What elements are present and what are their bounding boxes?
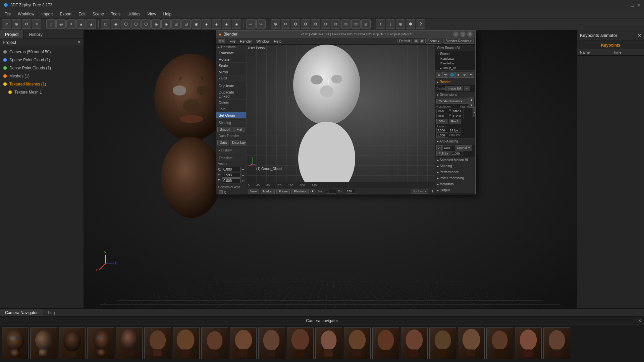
toolbar-btn-33[interactable]: ⚙ xyxy=(341,19,351,29)
b-aspect-x-input[interactable] xyxy=(436,128,448,133)
b-res-x-input[interactable] xyxy=(436,109,448,113)
b-frame-rate-input[interactable] xyxy=(452,109,464,113)
toolbar-btn-20[interactable]: ◈ xyxy=(202,19,211,29)
menu-tools[interactable]: Tools xyxy=(108,11,123,17)
camera-thumb-18[interactable] xyxy=(486,327,513,359)
menu-view[interactable]: View xyxy=(145,11,159,17)
b-flat-btn[interactable]: Flat xyxy=(234,127,245,132)
b-timeline-frame-btn[interactable]: Frame xyxy=(276,189,290,194)
blender-3d-viewport[interactable]: User Persp xyxy=(246,45,435,182)
b-rotate-btn[interactable]: Rotate xyxy=(216,56,246,63)
camera-thumb-2[interactable] xyxy=(30,327,57,359)
camera-thumb-19[interactable] xyxy=(515,327,542,359)
toolbar-btn-8[interactable]: ▲ xyxy=(76,19,86,29)
b-scale-btn[interactable]: Scale xyxy=(216,63,246,69)
toolbar-btn-14[interactable]: ⬡ xyxy=(141,19,151,29)
b-aa-enabled[interactable]: ✓ xyxy=(436,145,442,150)
sparse-cloud-item[interactable]: Sparse Point Cloud (1) xyxy=(0,56,84,64)
toolbar-btn-18[interactable]: ⊟ xyxy=(181,19,191,29)
b-scroll-up[interactable]: ▲ xyxy=(469,98,474,102)
blender-maximize-button[interactable]: □ xyxy=(460,32,466,37)
blender-minimize-button[interactable]: − xyxy=(453,32,459,37)
menu-utilities[interactable]: Utilities xyxy=(125,11,143,17)
b-start-input[interactable] xyxy=(326,189,336,194)
camera-thumb-16[interactable] xyxy=(429,327,456,359)
toolbar-btn-28[interactable]: ⚙ xyxy=(291,19,300,29)
toolbar-btn-27[interactable]: ✂ xyxy=(281,19,290,29)
scene-icon-5[interactable]: ⊕ xyxy=(462,72,468,78)
cameras-item[interactable]: Cameras (50 out of 50) xyxy=(0,48,84,56)
scene-icon-2[interactable]: 📷 xyxy=(442,72,448,78)
sampled-motion-header[interactable]: ▸ Sampled Motion Bl xyxy=(435,157,475,163)
scene-group-gl-item[interactable]: ▸ Group_Gl... xyxy=(435,66,475,70)
toolbar-btn-4[interactable]: ≡ xyxy=(32,19,41,29)
toolbar-btn-31[interactable]: ⚙ xyxy=(321,19,330,29)
tab-history[interactable]: History xyxy=(24,30,48,39)
performance-header[interactable]: ▸ Performance xyxy=(435,169,475,175)
blender-close-button[interactable]: ✕ xyxy=(467,32,473,37)
camera-thumb-6[interactable] xyxy=(144,327,171,359)
camera-thumb-11[interactable] xyxy=(287,327,314,359)
anti-aliasing-header[interactable]: ▸ Anti-Aliasing xyxy=(435,138,475,144)
toolbar-btn-3[interactable]: ↺ xyxy=(22,19,31,29)
toolbar-btn-25[interactable]: ↪ xyxy=(256,19,266,29)
toolbar-btn-10[interactable]: □ xyxy=(101,19,110,29)
tab-camera-navigator[interactable]: Camera Navigator xyxy=(0,309,43,316)
b-fps-input[interactable] xyxy=(449,128,461,133)
b-join-btn[interactable]: Join xyxy=(216,106,246,112)
b-y-input[interactable] xyxy=(222,173,240,178)
toolbar-btn-36[interactable]: ↑ xyxy=(376,19,385,29)
blender-menu-window[interactable]: Window xyxy=(255,39,271,44)
blender-menu-file[interactable]: File xyxy=(228,39,237,44)
toolbar-btn-37[interactable]: ↓ xyxy=(386,19,395,29)
b-render-extra-btn[interactable]: ≡ xyxy=(464,86,470,91)
b-aspect-y-input[interactable] xyxy=(436,133,448,138)
b-duplicate-btn[interactable]: Duplicate xyxy=(216,83,246,89)
b-res-y-input[interactable] xyxy=(436,114,448,118)
toolbar-btn-40[interactable]: ? xyxy=(416,19,425,29)
maximize-button[interactable]: □ xyxy=(631,2,634,8)
toolbar-btn-23[interactable]: ◈ xyxy=(232,19,241,29)
toolbar-btn-2[interactable]: ⊕ xyxy=(12,19,21,29)
camera-thumb-1[interactable] xyxy=(2,327,29,359)
toolbar-btn-6[interactable]: ◎ xyxy=(56,19,66,29)
menu-export[interactable]: Export xyxy=(57,11,74,17)
b-mirror-btn[interactable]: Mirror xyxy=(216,69,246,75)
b-render-presets-btn[interactable]: Render Presets ▾ xyxy=(436,99,474,104)
menu-help[interactable]: Help xyxy=(160,11,174,17)
camera-thumb-4[interactable] xyxy=(87,327,114,359)
scene-dropdown[interactable]: Scene ▾ xyxy=(425,39,441,44)
menu-file[interactable]: File xyxy=(2,11,13,17)
blender-menu-render[interactable]: Render xyxy=(238,39,254,44)
b-x-input[interactable] xyxy=(222,167,240,172)
camera-thumb-7[interactable] xyxy=(173,327,200,359)
b-fra-btn[interactable]: Fra 1 xyxy=(449,119,461,124)
b-timeline-marker-btn[interactable]: Marker xyxy=(261,189,275,194)
camera-strip[interactable] xyxy=(0,324,644,362)
output-header[interactable]: ▸ Output xyxy=(435,187,475,193)
toolbar-btn-35[interactable]: ⊛ xyxy=(361,19,371,29)
dimensions-section-header[interactable]: ▸ Dimensions xyxy=(435,92,475,98)
menu-edit[interactable]: Edit xyxy=(76,11,88,17)
b-aa-value-input[interactable] xyxy=(451,151,463,156)
b-delete-btn[interactable]: Delete xyxy=(216,100,246,106)
scene-icon-1[interactable]: ⚙ xyxy=(436,72,442,78)
sidebar-close-button[interactable]: ✕ xyxy=(77,40,81,45)
toolbar-btn-7[interactable]: ✦ xyxy=(66,19,76,29)
b-translate-btn[interactable]: Translate xyxy=(216,50,246,56)
scene-search-btn[interactable]: Search xyxy=(445,46,456,50)
render-section-header[interactable]: ▸ Render xyxy=(435,79,475,85)
b-mitchell-btn[interactable]: Mitchell ▾ xyxy=(455,145,472,150)
camera-nav-close-button[interactable]: ✕ xyxy=(638,318,641,323)
toolbar-btn-5[interactable]: ⌂ xyxy=(46,19,56,29)
toolbar-btn-39[interactable]: ✱ xyxy=(406,19,415,29)
b-x-checkbox[interactable] xyxy=(219,190,223,194)
toolbar-btn-26[interactable]: ⊕ xyxy=(271,19,280,29)
b-timeline-view-btn[interactable]: View xyxy=(248,189,259,194)
camera-thumb-15[interactable] xyxy=(401,327,428,359)
b-history-header[interactable]: ▸ History xyxy=(216,147,246,154)
textured-meshes-item[interactable]: Textured Meshes (1) xyxy=(0,80,84,88)
b-timeline-playback-btn[interactable]: Playback xyxy=(291,189,309,194)
b-aa-samples-input[interactable] xyxy=(442,145,454,150)
scene-icon-4[interactable]: ◈ xyxy=(455,72,461,78)
